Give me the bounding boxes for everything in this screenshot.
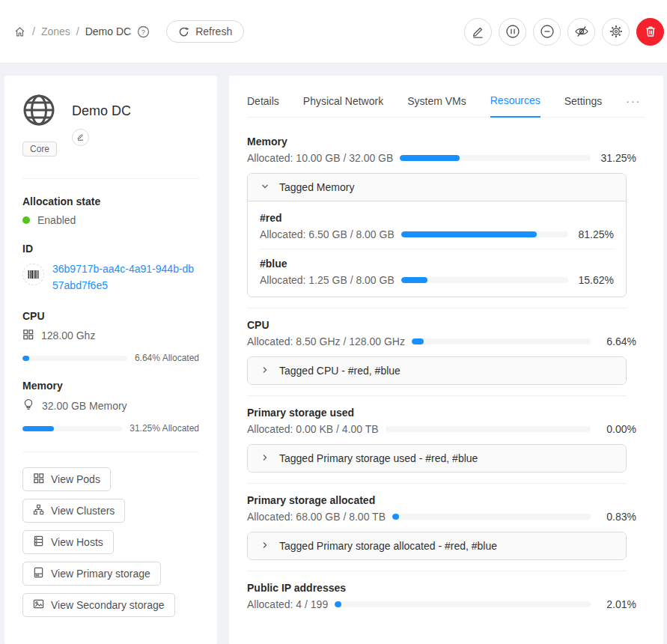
top-header: / Zones / Demo DC ? Refresh	[0, 0, 667, 64]
view-hosts-button[interactable]: View Hosts	[22, 530, 114, 554]
tab-bar: Details Physical Network System VMs Reso…	[247, 76, 645, 118]
resources-panel: Memory Allocated: 10.00 GB / 32.00 GB 31…	[247, 118, 645, 610]
divider	[247, 308, 627, 309]
edit-zone-button[interactable]	[464, 18, 492, 46]
zone-id-link[interactable]: 36b9717b-aa4c-4a91-944b-db57abd7f6e5	[52, 261, 199, 294]
memory-label: Memory	[22, 380, 199, 392]
tagged-cpu-collapse-header[interactable]: Tagged CPU - #red, #blue	[248, 357, 626, 384]
settings-icon	[609, 24, 624, 39]
view-pods-button[interactable]: View Pods	[22, 467, 111, 491]
zone-info-card: Demo DC Core Allocation state Enabled ID…	[4, 76, 217, 644]
barcode-icon	[22, 264, 44, 285]
remove-zone-button[interactable]	[533, 18, 561, 46]
divider	[22, 452, 199, 452]
tagged-primary-storage-used-header[interactable]: Tagged Primary storage used - #red, #blu…	[248, 445, 626, 472]
pods-icon	[33, 473, 44, 486]
hosts-icon	[33, 535, 44, 549]
tagged-memory-content: #red Allocated: 6.50 GB / 8.00 GB 81.25%…	[248, 201, 626, 297]
view-secondary-storage-label: View Secondary storage	[51, 599, 165, 611]
tab-resources[interactable]: Resources	[490, 88, 540, 118]
svg-text:?: ?	[141, 28, 145, 36]
allocated-text: Allocated: 68.00 GB / 8.00 TB	[247, 511, 386, 523]
allocated-text: Allocated: 0.00 KB / 4.00 TB	[247, 423, 379, 435]
divider	[247, 483, 627, 484]
resource-section-memory: Memory Allocated: 10.00 GB / 32.00 GB 31…	[247, 136, 645, 297]
refresh-label: Refresh	[195, 25, 232, 37]
resource-section-public-ip: Public IP addresses Allocated: 4 / 199 2…	[247, 582, 645, 610]
allocated-text: Allocated: 4 / 199	[247, 598, 328, 610]
chevron-right-icon	[261, 452, 269, 464]
secondary-storage-icon	[33, 598, 44, 612]
view-secondary-storage-button[interactable]: View Secondary storage	[22, 593, 175, 617]
cpu-label: CPU	[22, 310, 199, 322]
memory-allocated-text: 31.25% Allocated	[130, 423, 199, 434]
tab-details[interactable]: Details	[247, 88, 279, 117]
cpu-progress-bar	[22, 356, 127, 361]
tagged-cpu-collapse: Tagged CPU - #red, #blue	[247, 356, 627, 385]
divider	[247, 395, 627, 396]
minus-circle-icon	[540, 24, 555, 39]
collapse-label: Tagged Primary storage allocated - #red,…	[279, 540, 497, 552]
page-body: Demo DC Core Allocation state Enabled ID…	[0, 64, 667, 644]
progress-bar	[386, 426, 591, 432]
progress-percent: 2.01%	[597, 598, 636, 610]
view-primary-storage-label: View Primary storage	[51, 568, 150, 580]
progress-bar	[400, 155, 591, 161]
pencil-icon	[76, 132, 85, 143]
resource-title: CPU	[247, 319, 645, 331]
progress-percent: 31.25%	[597, 152, 636, 164]
resource-section-primary-storage-allocated: Primary storage allocated Allocated: 68.…	[247, 494, 645, 560]
edit-tags-button[interactable]	[72, 129, 89, 146]
tabs-more-button[interactable]: ···	[626, 88, 645, 117]
resource-section-cpu: CPU Allocated: 8.50 GHz / 128.00 GHz 6.6…	[247, 319, 645, 385]
collapse-label: Tagged Memory	[279, 181, 354, 193]
progress-percent: 0.00%	[597, 423, 636, 435]
resource-title: Primary storage used	[247, 407, 645, 419]
allocation-state-label: Allocation state	[22, 195, 199, 207]
resource-title: Public IP addresses	[247, 582, 645, 594]
tab-settings[interactable]: Settings	[564, 88, 603, 117]
globe-icon	[22, 94, 55, 129]
view-primary-storage-button[interactable]: View Primary storage	[22, 562, 161, 586]
tagged-primary-storage-used-collapse: Tagged Primary storage used - #red, #blu…	[247, 444, 627, 473]
settings-zone-button[interactable]	[602, 18, 630, 46]
delete-icon	[644, 25, 657, 38]
view-pods-label: View Pods	[51, 473, 100, 485]
cpu-capacity: 128.00 Ghz	[41, 329, 95, 341]
tab-physical-network[interactable]: Physical Network	[303, 88, 383, 117]
cpu-icon	[22, 329, 34, 342]
progress-percent: 15.62%	[575, 274, 614, 286]
tab-system-vms[interactable]: System VMs	[407, 88, 466, 117]
delete-zone-button[interactable]	[636, 18, 664, 46]
refresh-button[interactable]: Refresh	[166, 20, 244, 43]
progress-bar	[401, 231, 568, 237]
chevron-down-icon	[261, 181, 269, 193]
edit-icon	[471, 25, 485, 39]
tagged-item-blue: #blue Allocated: 1.25 GB / 8.00 GB 15.62…	[260, 258, 614, 286]
divider	[247, 571, 627, 571]
cpu-allocated-text: 6.64% Allocated	[135, 353, 199, 363]
zone-actions	[464, 18, 664, 46]
help-icon[interactable]: ?	[137, 25, 150, 38]
resource-title: Primary storage allocated	[247, 494, 645, 506]
bulb-icon	[22, 398, 34, 413]
progress-percent: 0.83%	[597, 511, 636, 523]
breadcrumb-separator: /	[32, 25, 35, 37]
allocation-state-value: Enabled	[37, 214, 76, 226]
primary-storage-icon	[33, 567, 44, 580]
progress-bar	[335, 601, 591, 607]
tagged-memory-collapse-header[interactable]: Tagged Memory	[248, 174, 626, 201]
divider	[22, 178, 199, 179]
disable-zone-button[interactable]	[499, 18, 526, 46]
breadcrumb-current: Demo DC	[85, 25, 131, 37]
resource-section-primary-storage-used: Primary storage used Allocated: 0.00 KB …	[247, 407, 645, 473]
progress-bar	[401, 277, 568, 283]
hide-zone-button[interactable]	[567, 18, 595, 46]
breadcrumb-zones-link[interactable]: Zones	[41, 25, 70, 37]
tagged-primary-storage-allocated-header[interactable]: Tagged Primary storage allocated - #red,…	[248, 532, 626, 559]
view-clusters-button[interactable]: View Clusters	[22, 499, 125, 523]
tagged-item-red: #red Allocated: 6.50 GB / 8.00 GB 81.25%	[260, 212, 614, 240]
home-icon[interactable]	[13, 25, 26, 38]
resource-title: Memory	[247, 136, 645, 148]
chevron-right-icon	[261, 540, 269, 552]
